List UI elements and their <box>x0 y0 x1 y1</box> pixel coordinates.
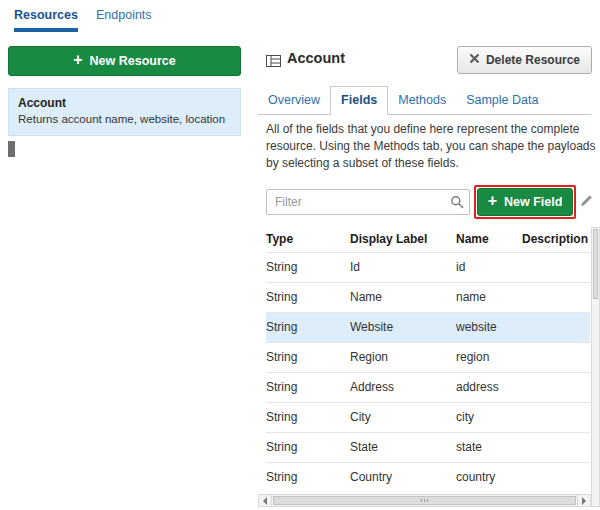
cell-name: website <box>456 312 522 342</box>
table-header-row: Type Display Label Name Description <box>266 226 590 252</box>
search-icon <box>450 195 464 209</box>
cell-display-label: Id <box>350 252 456 282</box>
cell-description <box>522 432 590 462</box>
cell-description <box>522 462 590 492</box>
resource-list-item-account[interactable]: Account Returns account name, website, l… <box>8 88 241 136</box>
annotation-highlight: + New Field <box>474 185 576 219</box>
cell-display-label: Address <box>350 372 456 402</box>
cell-display-label: State <box>350 432 456 462</box>
delete-resource-button[interactable]: Delete Resource <box>457 46 592 74</box>
tab-sample-data[interactable]: Sample Data <box>456 87 548 114</box>
scroll-left-button[interactable] <box>259 495 272 506</box>
horizontal-scrollbar[interactable] <box>258 494 591 507</box>
resource-tabs: Overview Fields Methods Sample Data <box>258 86 591 115</box>
table-row[interactable]: String Address address <box>266 372 590 402</box>
tab-resources[interactable]: Resources <box>14 8 78 32</box>
cell-name: city <box>456 402 522 432</box>
horizontal-scrollbar-thumb[interactable] <box>273 496 576 505</box>
sidebar-scrollbar-thumb[interactable] <box>8 141 15 157</box>
cell-description <box>522 342 590 372</box>
tab-overview[interactable]: Overview <box>258 87 330 114</box>
column-header-type[interactable]: Type <box>266 226 350 252</box>
plus-icon: + <box>73 52 82 68</box>
new-field-button[interactable]: + New Field <box>477 188 573 216</box>
cell-type: String <box>266 342 350 372</box>
tab-endpoints[interactable]: Endpoints <box>96 8 152 32</box>
cell-name: id <box>456 252 522 282</box>
table-row[interactable]: String Name name <box>266 282 590 312</box>
cell-name: country <box>456 462 522 492</box>
right-arrow-icon <box>582 497 586 505</box>
cell-type: String <box>266 252 350 282</box>
cell-description <box>522 372 590 402</box>
table-row[interactable]: String Website website <box>266 312 590 342</box>
resource-icon <box>266 55 281 70</box>
cell-display-label: City <box>350 402 456 432</box>
scroll-right-button[interactable] <box>577 495 590 506</box>
tab-fields[interactable]: Fields <box>330 86 388 115</box>
cell-type: String <box>266 282 350 312</box>
table-row[interactable]: String Id id <box>266 252 590 282</box>
fields-description: All of the fields that you define here r… <box>266 121 596 171</box>
cell-type: String <box>266 462 350 492</box>
column-header-description[interactable]: Description <box>522 226 590 252</box>
cell-display-label: Region <box>350 342 456 372</box>
column-header-display-label[interactable]: Display Label <box>350 226 456 252</box>
new-resource-label: New Resource <box>90 54 176 68</box>
fields-table: Type Display Label Name Description Stri… <box>266 226 590 492</box>
cell-display-label: Name <box>350 282 456 312</box>
table-row[interactable]: String Country country <box>266 462 590 492</box>
resource-description: Returns account name, website, location <box>18 112 231 126</box>
cell-display-label: Country <box>350 462 456 492</box>
cell-name: region <box>456 342 522 372</box>
cell-description <box>522 402 590 432</box>
cell-type: String <box>266 312 350 342</box>
filter-input[interactable] <box>266 189 470 215</box>
cell-description <box>522 252 590 282</box>
filter-field-wrap <box>266 189 470 215</box>
plus-icon: + <box>488 193 497 209</box>
delete-resource-label: Delete Resource <box>486 53 580 67</box>
column-header-name[interactable]: Name <box>456 226 522 252</box>
cell-description <box>522 312 590 342</box>
cell-name: name <box>456 282 522 312</box>
left-arrow-icon <box>263 497 267 505</box>
resource-name: Account <box>18 96 231 110</box>
cell-display-label: Website <box>350 312 456 342</box>
cell-type: String <box>266 432 350 462</box>
vertical-scrollbar[interactable] <box>591 227 600 507</box>
cell-description <box>522 282 590 312</box>
cell-type: String <box>266 402 350 432</box>
cell-name: address <box>456 372 522 402</box>
cell-name: state <box>456 432 522 462</box>
edit-pencil-icon[interactable] <box>579 193 594 211</box>
cell-type: String <box>266 372 350 402</box>
page-title: Account <box>287 50 345 66</box>
new-field-label: New Field <box>504 195 562 209</box>
app-window: Resources Endpoints + New Resource Accou… <box>0 0 600 510</box>
table-row[interactable]: String City city <box>266 402 590 432</box>
new-resource-button[interactable]: + New Resource <box>8 46 241 76</box>
vertical-scrollbar-thumb[interactable] <box>593 229 598 299</box>
table-row[interactable]: String Region region <box>266 342 590 372</box>
x-icon <box>469 53 480 67</box>
tab-methods[interactable]: Methods <box>388 87 456 114</box>
table-row[interactable]: String State state <box>266 432 590 462</box>
